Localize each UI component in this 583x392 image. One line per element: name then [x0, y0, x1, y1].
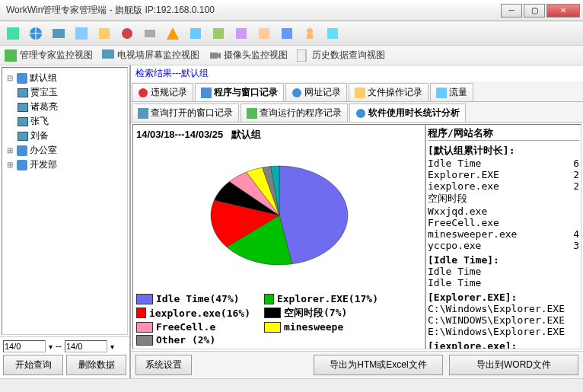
- tree-user[interactable]: 贾宝玉: [18, 85, 124, 100]
- legend-swatch: [136, 294, 153, 304]
- tree-group[interactable]: 开发部: [7, 158, 124, 172]
- svg-rect-15: [327, 28, 338, 39]
- tool-icon-9[interactable]: [186, 24, 205, 43]
- tree-user[interactable]: 诸葛亮: [18, 100, 124, 114]
- list-row[interactable]: Wxxjqd.exe: [428, 206, 579, 217]
- legend-label: Idle Time(47%): [156, 293, 240, 304]
- list-row[interactable]: 空闲时段: [428, 192, 579, 206]
- tab-violation[interactable]: 违规记录: [132, 83, 193, 101]
- list-row[interactable]: yccpo.exe3: [428, 240, 579, 251]
- view-bar: 管理专家监控视图 电视墙屏幕监控视图 摄像头监控视图 历史数据查询视图: [0, 46, 583, 65]
- legend-label: 空闲时段(7%): [284, 306, 347, 320]
- chart-left: 14/03/18---14/03/25 默认组 Idle Time(47%)Ex…: [133, 125, 425, 349]
- tool-icon-7[interactable]: [140, 24, 160, 43]
- tree-root[interactable]: 默认组: [7, 71, 124, 85]
- svg-rect-25: [436, 88, 447, 98]
- tool-icon-14[interactable]: [300, 24, 320, 43]
- tab-url[interactable]: 网址记录: [285, 83, 347, 101]
- svg-rect-11: [259, 28, 269, 39]
- tool-icon-15[interactable]: [323, 24, 342, 43]
- legend-label: Explorer.EXE(17%): [277, 293, 378, 304]
- maximize-button[interactable]: ▢: [524, 4, 545, 18]
- content-area: 检索结果---默认组 违规记录 程序与窗口记录 网址记录 文件操作记录 流量 查…: [131, 65, 583, 378]
- list-row[interactable]: Idle Time: [428, 277, 579, 288]
- tab-running-programs[interactable]: 查询运行的程序记录: [241, 104, 348, 122]
- tool-icon-1[interactable]: [3, 24, 23, 43]
- svg-rect-20: [297, 49, 306, 62]
- legend-swatch: [264, 294, 274, 304]
- dropdown-icon[interactable]: ▾: [49, 343, 53, 351]
- statusbar: [0, 378, 583, 392]
- svg-marker-7: [167, 27, 179, 40]
- svg-rect-17: [102, 49, 114, 59]
- tool-icon-3[interactable]: [49, 24, 68, 43]
- minimize-button[interactable]: ─: [501, 4, 522, 18]
- primary-tabs: 违规记录 程序与窗口记录 网址记录 文件操作记录 流量: [131, 81, 583, 102]
- view-monitor[interactable]: 管理专家监控视图: [5, 49, 93, 62]
- tree-group[interactable]: 办公室: [7, 143, 124, 158]
- dropdown-icon[interactable]: ▾: [110, 343, 114, 351]
- list-header: 程序/网站名称: [428, 126, 579, 141]
- date-from-input[interactable]: [3, 340, 46, 352]
- tool-icon-12[interactable]: [254, 24, 274, 43]
- tab-usage-stats[interactable]: 软件使用时长统计分析: [349, 104, 466, 122]
- tool-icon-4[interactable]: [72, 24, 91, 43]
- tab-fileop[interactable]: 文件操作记录: [349, 83, 428, 101]
- tab-traffic[interactable]: 流量: [430, 83, 473, 101]
- svg-point-23: [292, 88, 301, 97]
- globe-icon[interactable]: [26, 24, 46, 43]
- tree-user[interactable]: 张飞: [18, 114, 124, 129]
- list-row[interactable]: Explorer.EXE2: [428, 169, 579, 180]
- tree-user[interactable]: 刘备: [18, 129, 124, 143]
- list-row[interactable]: Idle Time: [428, 266, 579, 277]
- legend-item: minesweepe: [264, 321, 378, 333]
- sidebar-bottom: ▾ -- ▾ 开始查询 删除数据: [0, 336, 129, 378]
- tab-program-window[interactable]: 程序与窗口记录: [195, 83, 284, 101]
- sidebar: 默认组 贾宝玉 诸葛亮 张飞 刘备 办公室 开发部 ▾ -- ▾ 开始查询 删除…: [0, 65, 131, 378]
- export-word-button[interactable]: 导出到WORD文件: [449, 355, 578, 375]
- svg-rect-26: [138, 108, 148, 119]
- legend-swatch: [136, 322, 153, 333]
- view-history-label: 历史数据查询视图: [312, 49, 385, 62]
- tool-icon-5[interactable]: [94, 24, 114, 43]
- legend-label: Other (2%): [156, 334, 215, 346]
- program-list[interactable]: 程序/网站名称 [默认组累计时长]:Idle Time6Explorer.EXE…: [425, 125, 581, 349]
- delete-data-button[interactable]: 删除数据: [66, 355, 126, 375]
- list-row[interactable]: Idle Time6: [428, 158, 579, 169]
- tool-icon-8[interactable]: [163, 24, 183, 43]
- tool-icon-10[interactable]: [209, 24, 228, 43]
- export-html-excel-button[interactable]: 导出为HTM或Excel文件: [314, 355, 443, 375]
- legend-item: FreeCell.e: [136, 321, 250, 333]
- start-query-button[interactable]: 开始查询: [3, 355, 63, 375]
- user-tree[interactable]: 默认组 贾宝玉 诸葛亮 张飞 刘备 办公室 开发部: [2, 67, 128, 335]
- system-settings-button[interactable]: 系统设置: [135, 355, 192, 375]
- list-row[interactable]: C:\WINDOWS\Explorer.EXE: [428, 314, 579, 326]
- legend-item: 空闲时段(7%): [264, 306, 378, 320]
- close-button[interactable]: ✕: [546, 4, 580, 18]
- pie-chart: [136, 145, 422, 293]
- tool-icon-13[interactable]: [277, 24, 297, 43]
- legend: Idle Time(47%)Explorer.EXE(17%)iexplore.…: [136, 293, 422, 346]
- view-camera[interactable]: 摄像头监控视图: [209, 49, 288, 62]
- tab-open-windows[interactable]: 查询打开的窗口记录: [132, 104, 239, 122]
- secondary-tabs: 查询打开的窗口记录 查询运行的程序记录 软件使用时长统计分析: [131, 102, 583, 123]
- tool-icon-6[interactable]: [117, 24, 137, 43]
- legend-swatch: [264, 322, 281, 333]
- list-row[interactable]: E:\Windows\Explorer.EXE: [428, 326, 579, 337]
- svg-point-21: [139, 88, 148, 97]
- window-buttons: ─ ▢ ✕: [501, 4, 580, 18]
- list-section: [默认组累计时长]:: [428, 144, 579, 158]
- legend-swatch: [264, 308, 281, 318]
- tool-icon-11[interactable]: [231, 24, 251, 43]
- date-to-input[interactable]: [65, 340, 107, 352]
- list-row[interactable]: minesweeper.exe4: [428, 228, 579, 240]
- search-result-label: 检索结果---默认组: [131, 65, 583, 81]
- view-history[interactable]: 历史数据查询视图: [297, 49, 385, 62]
- legend-item: Explorer.EXE(17%): [264, 293, 378, 304]
- list-row[interactable]: C:\Windows\Explorer.EXE: [428, 303, 579, 314]
- list-row[interactable]: FreeCell.exe: [428, 217, 579, 228]
- view-tvwall[interactable]: 电视墙屏幕监控视图: [102, 49, 199, 62]
- svg-rect-0: [7, 27, 19, 40]
- view-monitor-label: 管理专家监控视图: [20, 49, 93, 62]
- list-row[interactable]: iexplore.exe2: [428, 180, 579, 192]
